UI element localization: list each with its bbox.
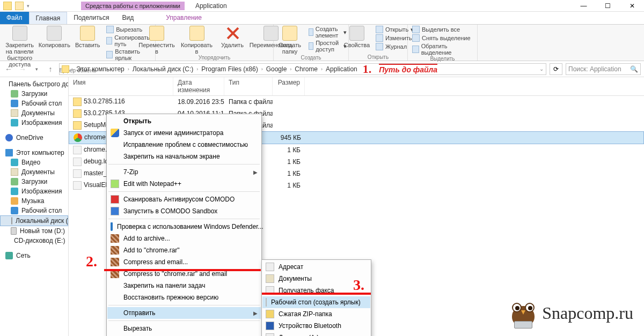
desktop-icon — [266, 298, 267, 307]
ctx-cut[interactable]: Вырезать — [107, 323, 261, 334]
contextual-tab-label: Средства работы с приложениями — [81, 2, 185, 10]
copy-to-button[interactable]: Копировать в — [180, 26, 214, 55]
tab-view[interactable]: Вид — [115, 12, 140, 24]
drive-icon — [11, 227, 17, 235]
refresh-button[interactable]: ⟳ — [550, 63, 562, 75]
sendto-zip[interactable]: Сжатая ZIP-папка — [262, 308, 370, 320]
sidebar-music[interactable]: Музыка — [0, 196, 68, 206]
qat-dropdown-icon[interactable]: ▾ — [27, 3, 30, 9]
ctx-troubleshoot-compat[interactable]: Исправление проблем с совместимостью — [107, 139, 261, 151]
sidebar-this-pc[interactable]: Этот компьютер — [0, 148, 68, 158]
breadcrumb[interactable]: › Этот компьютер› Локальный диск (C:)› P… — [59, 63, 546, 75]
breadcrumb-dropdown-icon[interactable]: ⌄ — [539, 66, 544, 72]
column-size[interactable]: Размер — [273, 77, 305, 95]
tab-manage[interactable]: Управление — [159, 12, 208, 24]
ctx-pin-taskbar[interactable]: Закрепить на панели задач — [107, 280, 261, 292]
pin-icon — [12, 26, 27, 41]
selectall-icon — [412, 26, 420, 33]
minimize-button[interactable]: — — [572, 0, 596, 12]
ctx-run-as-admin[interactable]: Запуск от имени администратора — [107, 127, 261, 139]
sidebar-desktop-2[interactable]: Рабочий стол — [0, 206, 68, 215]
annotation-1-number: 1. — [363, 62, 372, 76]
copypath-icon — [106, 37, 112, 44]
sendto-desktop-shortcut[interactable]: Рабочий стол (создать ярлык) — [262, 296, 370, 308]
sidebar-downloads[interactable]: Загрузки — [0, 89, 68, 99]
ctx-7zip[interactable]: 7-Zip▶ — [107, 166, 261, 178]
paste-button[interactable]: Вставить — [73, 26, 102, 48]
network-icon — [5, 252, 13, 259]
sidebar-documents[interactable]: Документы — [0, 108, 68, 118]
ctx-add-archive[interactable]: Add to archive... — [107, 233, 261, 244]
folder-icon — [3, 2, 12, 10]
tab-share[interactable]: Поделиться — [67, 12, 115, 24]
pin-quickaccess-button[interactable]: Закрепить на панели быстрого доступа — [4, 26, 35, 68]
copy-button[interactable]: Копировать — [40, 26, 69, 48]
nav-forward-button[interactable]: → — [17, 64, 28, 74]
sendto-bluetooth[interactable]: Устройство Bluetooth — [262, 320, 370, 332]
sidebar-downloads-2[interactable]: Загрузки — [0, 177, 68, 186]
delete-button[interactable]: Удалить — [218, 26, 247, 48]
group-select-label: Выделить — [430, 56, 455, 62]
search-input[interactable]: Поиск: Application 🔍 — [566, 63, 641, 75]
invert-selection-button[interactable]: Обратить выделение — [412, 43, 473, 56]
easy-access-button[interactable]: Простой доступ ▾ — [309, 40, 347, 53]
column-name[interactable]: Имя — [69, 77, 173, 95]
sidebar-onedrive[interactable]: OneDrive — [0, 133, 68, 143]
column-type[interactable]: Тип — [224, 77, 273, 95]
blank-icon — [111, 293, 119, 302]
sidebar-quick-access[interactable]: Панель быстрого доступа — [0, 79, 68, 89]
blank-icon — [111, 168, 119, 176]
file-icon — [73, 158, 82, 166]
sendto-floppy[interactable]: Дисковод (A:) — [262, 332, 370, 336]
properties-button[interactable]: Свойства — [342, 26, 371, 48]
sidebar-pictures[interactable]: Изображения — [0, 118, 68, 128]
nav-up-button[interactable]: ↑ — [45, 64, 56, 74]
file-icon — [73, 146, 82, 154]
sidebar-pictures-2[interactable]: Изображения — [0, 186, 68, 196]
column-date[interactable]: Дата изменения — [173, 77, 224, 95]
file-row[interactable]: 53.0.2785.11618.09.2016 23:56Папка с фай… — [69, 96, 644, 108]
maximize-button[interactable]: ☐ — [596, 0, 620, 12]
history-icon — [376, 43, 383, 50]
new-folder-button[interactable]: Создать папку — [275, 26, 304, 55]
sidebar-cdrom[interactable]: CD-дисковод (E:) — [0, 236, 68, 245]
annotation-1-text: Путь до файла — [379, 64, 437, 74]
bluetooth-icon — [266, 322, 274, 330]
ctx-open[interactable]: Открыть — [107, 115, 261, 127]
close-button[interactable]: ✕ — [620, 0, 644, 12]
ctx-restore-version[interactable]: Восстановить прежнюю версию — [107, 292, 261, 303]
copyto-icon — [189, 26, 204, 41]
ctx-comodo-scan[interactable]: Сканировать Антивирусом COMODO — [107, 193, 261, 205]
ctx-add-chrome-rar[interactable]: Add to "chrome.rar" — [107, 244, 261, 256]
move-to-button[interactable]: Переместить в — [138, 26, 175, 55]
sidebar-documents-2[interactable]: Документы — [0, 167, 68, 177]
new-item-button[interactable]: Создать элемент ▾ — [309, 26, 347, 39]
group-open-label: Открыть — [368, 54, 389, 61]
sendto-recipient[interactable]: Адресат — [262, 261, 370, 273]
nav-back-button[interactable]: ← — [3, 64, 14, 74]
sidebar-drive-c[interactable]: Локальный диск (C:) — [0, 215, 68, 226]
file-icon — [74, 133, 82, 142]
ctx-defender[interactable]: Проверка с использованием Windows Defend… — [107, 221, 261, 233]
annotation-2-underline — [104, 269, 261, 271]
ctx-pin-start[interactable]: Закрепить на начальном экране — [107, 151, 261, 162]
ctx-compress-email[interactable]: Compress and email... — [107, 256, 261, 268]
winrar-icon — [111, 234, 119, 243]
sidebar-drive-d[interactable]: Новый том (D:) — [0, 226, 68, 236]
select-none-button[interactable]: Снять выделение — [412, 34, 473, 42]
nav-recent-button[interactable]: ▾ — [31, 64, 42, 74]
sidebar-network[interactable]: Сеть — [0, 251, 68, 260]
blank-icon — [111, 140, 119, 149]
sidebar-desktop[interactable]: Рабочий стол — [0, 99, 68, 108]
ctx-send-to[interactable]: Отправить▶ — [107, 307, 261, 319]
sidebar-videos[interactable]: Видео — [0, 158, 68, 167]
tab-file[interactable]: Файл — [0, 12, 29, 24]
annotation-2-number: 2. — [86, 253, 97, 270]
tab-home[interactable]: Главная — [29, 12, 68, 24]
ctx-notepadpp[interactable]: Edit with Notepad++ — [107, 178, 261, 190]
blank-icon — [111, 309, 119, 317]
ctx-comodo-sandbox[interactable]: Запустить в COMODO Sandbox — [107, 205, 261, 217]
select-all-button[interactable]: Выделить все — [412, 26, 473, 33]
download-icon — [11, 90, 18, 98]
video-icon — [11, 159, 18, 166]
